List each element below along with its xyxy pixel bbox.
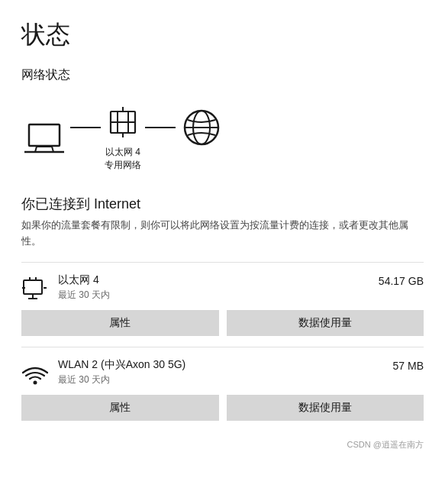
network-item-left-0: 以太网 4 最近 30 天内 <box>21 273 110 302</box>
network-buttons-0: 属性 数据使用量 <box>21 310 424 336</box>
watermark: CSDN @逍遥在南方 <box>21 433 424 451</box>
svg-rect-0 <box>29 124 60 146</box>
network-list: 以太网 4 最近 30 天内 54.17 GB 属性 数据使用量 <box>21 262 424 421</box>
network-sub-1: 最近 30 天内 <box>58 373 185 386</box>
router-container: 以太网 4 专用网络 <box>104 105 142 172</box>
network-usage-0: 54.17 GB <box>379 275 424 287</box>
connection-status: 你已连接到 Internet 如果你的流量套餐有限制，则你可以将此网络设置为按流… <box>21 195 424 250</box>
network-sub-0: 最近 30 天内 <box>58 289 110 302</box>
network-usage-1: 57 MB <box>393 360 424 372</box>
wifi-icon-1 <box>21 360 49 387</box>
network-item-0: 以太网 4 最近 30 天内 54.17 GB 属性 数据使用量 <box>21 262 424 336</box>
network-item-info-1: WLAN 2 (中兴Axon 30 5G) 最近 30 天内 <box>58 358 185 386</box>
network-buttons-1: 属性 数据使用量 <box>21 395 424 421</box>
properties-button-1[interactable]: 属性 <box>21 395 219 421</box>
page-title: 状态 <box>21 18 424 52</box>
connector-line-right <box>145 127 176 128</box>
data-usage-button-1[interactable]: 数据使用量 <box>227 395 424 421</box>
svg-rect-15 <box>24 280 42 294</box>
network-name-0: 以太网 4 <box>58 273 110 287</box>
properties-button-0[interactable]: 属性 <box>21 310 219 336</box>
ethernet-icon-0 <box>21 275 49 302</box>
network-name-1: WLAN 2 (中兴Axon 30 5G) <box>58 358 185 372</box>
status-desc: 如果你的流量套餐有限制，则你可以将此网络设置为按流量计费的连接，或者更改其他属性… <box>21 218 418 250</box>
data-usage-button-0[interactable]: 数据使用量 <box>227 310 424 336</box>
network-item-header-1: WLAN 2 (中兴Axon 30 5G) 最近 30 天内 57 MB <box>21 358 424 387</box>
router-label: 以太网 4 专用网络 <box>105 146 141 172</box>
network-diagram: 以太网 4 专用网络 <box>21 97 424 179</box>
globe-icon <box>179 105 224 150</box>
router-icon <box>104 105 142 143</box>
network-item-header-0: 以太网 4 最近 30 天内 54.17 GB <box>21 273 424 302</box>
network-item-left-1: WLAN 2 (中兴Axon 30 5G) 最近 30 天内 <box>21 358 185 387</box>
network-item-1: WLAN 2 (中兴Axon 30 5G) 最近 30 天内 57 MB 属性 … <box>21 347 424 421</box>
network-item-info-0: 以太网 4 最近 30 天内 <box>58 273 110 302</box>
status-heading: 你已连接到 Internet <box>21 195 424 213</box>
connector-line-left <box>70 127 101 128</box>
laptop-icon <box>21 119 67 157</box>
section-title: 网络状态 <box>21 67 424 83</box>
svg-point-23 <box>34 380 37 384</box>
